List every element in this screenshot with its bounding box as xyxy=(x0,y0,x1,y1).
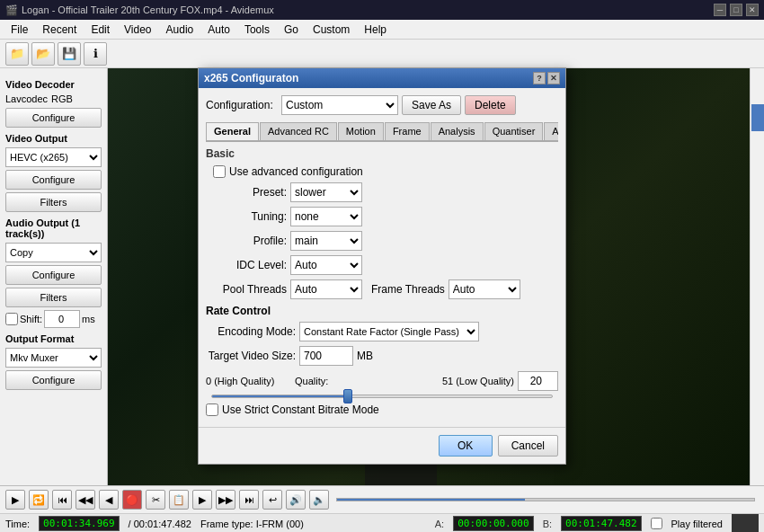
preset-row: Preset: slower xyxy=(206,182,558,202)
dialog-close-button[interactable]: ✕ xyxy=(547,72,560,84)
quality-row: 0 (High Quality) Quality: 51 (Low Qualit… xyxy=(206,371,558,391)
target-video-label: Target Video Size: xyxy=(206,350,296,362)
use-advanced-row: Use advanced configuration xyxy=(206,165,558,178)
tab-analysis[interactable]: Analysis xyxy=(431,122,484,140)
quality-slider-track[interactable] xyxy=(211,395,553,398)
preset-label: Preset: xyxy=(206,186,287,199)
dialog-title-buttons: ? ✕ xyxy=(533,72,560,84)
idc-level-select[interactable]: Auto xyxy=(290,255,362,275)
target-video-input[interactable] xyxy=(299,346,353,366)
tab-advanced1[interactable]: Advanced 1 xyxy=(544,122,558,140)
save-as-button[interactable]: Save As xyxy=(402,95,461,115)
config-row: Configuration: Custom Save As Delete xyxy=(206,95,558,115)
quality-low-label: 0 (High Quality) xyxy=(206,376,291,386)
tab-advanced-rc[interactable]: Advanced RC xyxy=(260,122,337,140)
target-video-row: Target Video Size: MB xyxy=(206,346,558,366)
quality-high-label: 51 (Low Quality) xyxy=(335,376,514,386)
quality-value-input[interactable] xyxy=(518,371,558,391)
idc-level-label: IDC Level: xyxy=(206,259,287,271)
configuration-label: Configuration: xyxy=(206,99,278,111)
strict-mode-label: Use Strict Constant Bitrate Mode xyxy=(222,403,379,416)
encoding-mode-label: Encoding Mode: xyxy=(206,325,296,338)
rate-control-section: Rate Control Encoding Mode: Constant Rat… xyxy=(206,305,558,416)
profile-label: Profile: xyxy=(206,235,287,247)
pool-threads-label: Pool Threads xyxy=(206,283,287,296)
target-video-unit: MB xyxy=(357,350,373,362)
tab-frame[interactable]: Frame xyxy=(385,122,430,140)
dialog-overlay: x265 Configuraton ? ✕ Configuration: Cus… xyxy=(0,0,764,532)
frame-threads-label: Frame Threads xyxy=(371,283,445,296)
tab-general[interactable]: General xyxy=(206,122,259,142)
tab-quantiser[interactable]: Quantiser xyxy=(484,122,544,140)
tabs-row: General Advanced RC Motion Frame Analysi… xyxy=(206,122,558,142)
configuration-select[interactable]: Custom xyxy=(281,95,398,115)
tab-motion[interactable]: Motion xyxy=(338,122,384,140)
dialog-body: Configuration: Custom Save As Delete Gen… xyxy=(199,88,565,423)
frame-threads-select[interactable]: Auto xyxy=(449,279,520,299)
use-advanced-label: Use advanced configuration xyxy=(229,165,363,178)
basic-section-title: Basic xyxy=(206,147,558,160)
dialog-title-bar: x265 Configuraton ? ✕ xyxy=(199,68,565,88)
strict-mode-row: Use Strict Constant Bitrate Mode xyxy=(206,403,558,416)
cancel-button[interactable]: Cancel xyxy=(498,435,558,457)
slider-container xyxy=(206,395,558,398)
quality-label: Quality: xyxy=(295,376,328,386)
encoding-mode-row: Encoding Mode: Constant Rate Factor (Sin… xyxy=(206,322,558,341)
dialog-help-button[interactable]: ? xyxy=(533,72,546,84)
idc-level-row: IDC Level: Auto xyxy=(206,255,558,275)
quality-slider-thumb[interactable] xyxy=(343,389,352,403)
preset-select[interactable]: slower xyxy=(290,182,362,202)
pool-threads-select[interactable]: Auto xyxy=(290,279,362,299)
quality-area: 0 (High Quality) Quality: 51 (Low Qualit… xyxy=(206,371,558,398)
strict-mode-checkbox[interactable] xyxy=(206,403,218,416)
tuning-row: Tuning: none xyxy=(206,207,558,226)
encoding-mode-select[interactable]: Constant Rate Factor (Single Pass) xyxy=(299,322,479,341)
dialog-footer: OK Cancel xyxy=(199,427,565,464)
ok-button[interactable]: OK xyxy=(439,435,493,457)
tuning-select[interactable]: none xyxy=(290,207,362,226)
dialog-title: x265 Configuraton xyxy=(204,72,298,84)
threads-row: Pool Threads Auto Frame Threads Auto xyxy=(206,279,558,299)
rate-control-title: Rate Control xyxy=(206,305,558,317)
tuning-label: Tuning: xyxy=(206,210,287,223)
delete-button[interactable]: Delete xyxy=(465,95,516,115)
profile-row: Profile: main xyxy=(206,231,558,251)
use-advanced-checkbox[interactable] xyxy=(213,165,226,178)
x265-dialog: x265 Configuraton ? ✕ Configuration: Cus… xyxy=(198,67,566,465)
profile-select[interactable]: main xyxy=(290,231,362,251)
